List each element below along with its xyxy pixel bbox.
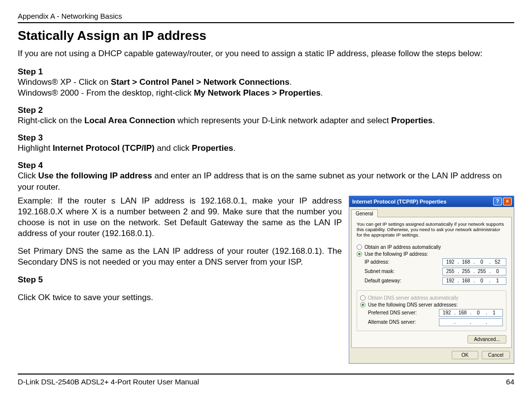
- ip-dot: .: [486, 319, 487, 325]
- radio-icon: [360, 302, 366, 308]
- ip-seg: 52: [490, 259, 505, 265]
- radio-icon: [357, 244, 362, 250]
- subnet-mask-row: Subnet mask: 255. 255. 255. 0: [365, 268, 506, 275]
- step1-label: Step 1: [18, 67, 514, 77]
- radio-obtain-dns-label: Obtain DNS server address automatically: [368, 295, 458, 301]
- close-icon[interactable]: ×: [503, 198, 512, 206]
- step2-body: Right-click on the Local Area Connection…: [18, 115, 514, 126]
- ip-seg: 1: [490, 278, 505, 283]
- ip-seg: 0: [474, 278, 489, 283]
- step2-bold2: Properties: [391, 116, 432, 125]
- radio-icon: [357, 251, 362, 257]
- ip-dot: .: [470, 319, 471, 325]
- ip-seg: 255: [474, 269, 489, 274]
- ip-address-row: IP address: 192. 168. 0. 52: [365, 258, 506, 266]
- radio-obtain-ip-label: Obtain an IP address automatically: [365, 244, 441, 250]
- ip-seg: 1: [487, 310, 501, 315]
- ip-seg: 192: [443, 278, 458, 283]
- radio-use-ip[interactable]: Use the following IP address:: [357, 251, 506, 257]
- dialog-description: You can get IP settings assigned automat…: [357, 221, 506, 238]
- step4-p1-prefix: Click: [18, 171, 38, 180]
- dialog-titlebar[interactable]: Internet Protocol (TCP/IP) Properties ? …: [349, 196, 514, 207]
- step3-body: Highlight Internet Protocol (TCP/IP) and…: [18, 143, 514, 154]
- step1-w2k-prefix: Windows® 2000 - From the desktop, right-…: [18, 88, 194, 98]
- alternate-dns-row: Alternate DNS server: . . .: [368, 318, 503, 326]
- cancel-button[interactable]: Cancel: [482, 351, 510, 359]
- ip-seg: 192: [439, 310, 454, 315]
- radio-use-dns[interactable]: Use the following DNS server addresses:: [360, 302, 503, 308]
- preferred-dns-input[interactable]: 192. 168. 0. 1: [439, 309, 503, 317]
- radio-icon: [360, 295, 366, 301]
- ip-seg: 0: [490, 269, 505, 274]
- subnet-mask-label: Subnet mask:: [365, 269, 395, 274]
- tab-general[interactable]: General: [351, 209, 378, 217]
- appendix-header: Appendix A - Networking Basics: [18, 12, 514, 20]
- step2-suffix: .: [432, 116, 435, 125]
- step3-label: Step 3: [18, 133, 514, 143]
- step2-mid: which represents your D-Link network ada…: [175, 116, 391, 125]
- step4-p1: Click Use the following IP address and e…: [18, 171, 514, 192]
- radio-obtain-ip[interactable]: Obtain an IP address automatically: [357, 244, 506, 250]
- ip-seg: 0: [474, 259, 489, 265]
- tab-panel-general: You can get IP settings assigned automat…: [351, 217, 512, 348]
- step1-body: Windows® XP - Click on Start > Control P…: [18, 77, 514, 99]
- step4-label: Step 4: [18, 161, 514, 171]
- step3-mid: and click: [155, 143, 192, 153]
- step2-label: Step 2: [18, 105, 514, 115]
- step4-p2: Example: If the router s LAN IP address …: [18, 196, 342, 239]
- alternate-dns-label: Alternate DNS server:: [368, 319, 416, 325]
- step1-xp-prefix: Windows® XP - Click on: [18, 77, 111, 87]
- step1-w2k-suffix: .: [321, 88, 323, 98]
- ip-seg: 255: [443, 269, 458, 274]
- page-title: Statically Assign an IP address: [18, 28, 514, 43]
- step2-bold1: Local Area Connection: [84, 116, 175, 125]
- step3-bold1: Internet Protocol (TCP/IP): [53, 143, 155, 153]
- alternate-dns-input[interactable]: . . .: [439, 318, 503, 326]
- subnet-mask-input[interactable]: 255. 255. 255. 0: [442, 268, 506, 275]
- advanced-button[interactable]: Advanced...: [467, 335, 506, 343]
- ip-seg: 255: [459, 269, 473, 274]
- tcpip-properties-dialog: Internet Protocol (TCP/IP) Properties ? …: [349, 196, 514, 364]
- footer-left: D-Link DSL-2540B ADSL2+ 4-Port Router Us…: [18, 377, 199, 386]
- default-gateway-label: Default gateway:: [365, 278, 401, 283]
- tab-strip: General: [349, 207, 514, 217]
- step4-p1-bold: Use the following IP address: [38, 171, 152, 180]
- step1-w2k-bold: My Network Places > Properties: [194, 88, 320, 98]
- dialog-title: Internet Protocol (TCP/IP) Properties: [352, 199, 493, 205]
- ip-seg: 0: [471, 310, 486, 315]
- ip-seg: 168: [459, 259, 473, 265]
- ip-dot: .: [454, 319, 455, 325]
- preferred-dns-label: Preferred DNS server:: [368, 310, 417, 315]
- radio-use-ip-label: Use the following IP address:: [365, 251, 428, 257]
- ip-seg: 168: [455, 310, 470, 315]
- ip-seg: 192: [443, 259, 458, 265]
- footer-rule: [18, 374, 514, 375]
- intro-text: If you are not using a DHCP capable gate…: [18, 48, 514, 59]
- header-rule: [18, 22, 514, 23]
- step2-prefix: Right-click on the: [18, 116, 84, 125]
- step5-body: Click OK twice to save your settings.: [18, 292, 342, 303]
- step1-xp-bold: Start > Control Panel > Network Connecti…: [111, 77, 290, 87]
- step4-p3: Set Primary DNS the same as the LAN IP a…: [18, 246, 342, 268]
- preferred-dns-row: Preferred DNS server: 192. 168. 0. 1: [368, 309, 503, 317]
- radio-use-dns-label: Use the following DNS server addresses:: [368, 302, 458, 308]
- default-gateway-input[interactable]: 192. 168. 0. 1: [442, 277, 506, 285]
- radio-obtain-dns: Obtain DNS server address automatically: [360, 295, 503, 301]
- ok-button[interactable]: OK: [452, 351, 478, 359]
- ip-address-label: IP address:: [365, 259, 389, 265]
- page-number: 64: [506, 377, 514, 386]
- step3-suffix: .: [233, 143, 235, 153]
- step3-bold2: Properties: [192, 143, 233, 153]
- step3-prefix: Highlight: [18, 143, 53, 153]
- ip-seg: 168: [459, 278, 473, 283]
- ip-address-input[interactable]: 192. 168. 0. 52: [442, 258, 506, 266]
- help-icon[interactable]: ?: [493, 198, 502, 206]
- default-gateway-row: Default gateway: 192. 168. 0. 1: [365, 277, 506, 285]
- step1-xp-suffix: .: [290, 77, 292, 87]
- step5-label: Step 5: [18, 274, 342, 285]
